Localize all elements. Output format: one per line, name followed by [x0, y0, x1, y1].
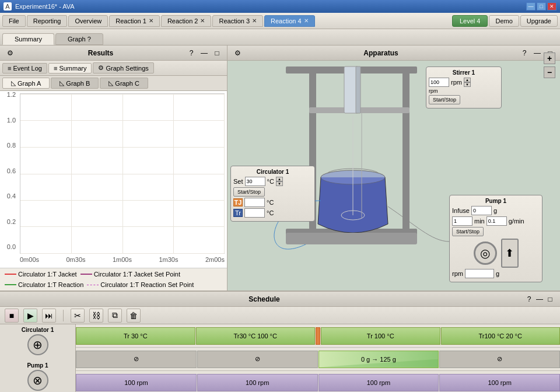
pump-rate-input[interactable]: [487, 216, 507, 226]
stirrer-seg-2[interactable]: 100 rpm: [197, 374, 318, 391]
circulator-spin-buttons: ▲ ▼: [276, 177, 283, 186]
reporting-tab[interactable]: Reporting: [27, 15, 68, 27]
graph-a-tab[interactable]: ◺ Graph A: [2, 78, 50, 89]
results-maximize-icon[interactable]: □: [212, 48, 222, 58]
delete-tool[interactable]: 🗑: [127, 309, 141, 323]
file-menu[interactable]: File: [2, 15, 26, 27]
stirrer-spin-buttons: ▲ ▼: [464, 78, 471, 87]
pump-min-label: min: [474, 218, 485, 225]
stirrer-segments: 100 rpm 100 rpm 100 rpm 100 rpm: [76, 374, 560, 391]
circulator-set-row: Set °C ▲ ▼: [233, 177, 312, 186]
sub-tab-bar: Summary Graph ?: [0, 29, 560, 46]
pump-disabled-icon-2: ⊘: [255, 355, 260, 363]
circulator-tr-input[interactable]: [244, 208, 265, 218]
close-button[interactable]: ✕: [547, 2, 556, 10]
circulator-tr-label: Tr: [235, 209, 241, 216]
circulator-segments: Tr 30 °C Tr30 °C 100 °C Tr 100 °C Tr100 …: [76, 327, 560, 345]
x-label-0m30s: 0m30s: [66, 256, 85, 265]
x-label-1m00s: 1m00s: [113, 256, 132, 265]
reaction2-close-icon[interactable]: ✕: [200, 18, 205, 24]
circ-seg-1-label: Tr 30 °C: [124, 332, 148, 340]
stirrer-seg-3-label: 100 rpm: [367, 379, 390, 386]
circulator-control-box: Circulator 1 Set °C ▲ ▼ Start/Stop TJ: [230, 166, 315, 222]
results-settings-icon[interactable]: ⚙: [5, 48, 15, 58]
link-tool[interactable]: ⛓: [89, 309, 103, 323]
pump-infuse-input[interactable]: [471, 206, 492, 215]
schedule-help-icon[interactable]: ?: [524, 294, 534, 304]
stirrer-rpm-input[interactable]: [429, 78, 449, 87]
reaction4-close-icon[interactable]: ✕: [304, 18, 309, 24]
stop-button[interactable]: ■: [5, 309, 19, 323]
pump-device-name: Pump 1: [2, 362, 73, 369]
schedule-maximize-icon[interactable]: □: [545, 294, 555, 304]
circulator-tj-input[interactable]: [244, 198, 265, 207]
pump-g-label: g: [494, 207, 497, 214]
minimize-button[interactable]: —: [526, 2, 536, 10]
circulator-set-label: Set: [233, 178, 243, 185]
overview-tab[interactable]: Overview: [68, 15, 108, 27]
summary-tab[interactable]: ≡ Summary: [48, 63, 92, 74]
circulator-start-stop-button[interactable]: Start/Stop: [233, 187, 265, 197]
circulator-tj-label: TJ: [235, 199, 242, 206]
play-button[interactable]: ▶: [23, 309, 37, 323]
reaction1-close-icon[interactable]: ✕: [149, 18, 153, 24]
circ-seg-4-label: Tr100 °C 20 °C: [479, 332, 522, 340]
pump-seg-1[interactable]: ⊘: [76, 351, 197, 368]
graph-b-tab[interactable]: ◺ Graph B: [51, 78, 99, 89]
stirrer-rpm-up[interactable]: ▲: [464, 78, 471, 82]
graph-settings-label: Graph Settings: [106, 65, 148, 72]
menu-bar: File Reporting Overview Reaction 1 ✕ Rea…: [0, 13, 560, 29]
level-button[interactable]: Level 4: [452, 15, 488, 27]
reaction4-tab[interactable]: Reaction 4 ✕: [264, 15, 315, 27]
graphb-subtab[interactable]: Graph ?: [55, 33, 103, 45]
stirrer-start-stop-button[interactable]: Start/Stop: [429, 95, 460, 104]
skip-button[interactable]: ⏭: [42, 309, 56, 323]
pump-min-input[interactable]: [452, 216, 473, 226]
apparatus-settings-icon[interactable]: ⚙: [232, 48, 243, 58]
legend-label-tr: Circulator 1:T Reaction: [18, 281, 83, 288]
copy-tool[interactable]: ⧉: [108, 309, 122, 323]
event-log-tab[interactable]: ≡ Event Log: [2, 63, 47, 74]
results-panel: ⚙ Results ? — □ ≡ Event Log ≡ Summary ⚙ …: [0, 46, 228, 290]
summary-subtab[interactable]: Summary: [2, 33, 54, 45]
pump-seg-4[interactable]: ⊘: [439, 351, 560, 368]
circ-seg-4[interactable]: Tr100 °C 20 °C: [441, 327, 561, 345]
stirrer-rpm-row: rpm ▲ ▼: [429, 78, 499, 87]
legend-tj-setpoint: Circulator 1:T Jacket Set Point: [80, 271, 180, 278]
pump-start-stop-button[interactable]: Start/Stop: [452, 227, 484, 236]
graph-c-tab[interactable]: ◺ Graph C: [100, 78, 148, 89]
circ-seg-3[interactable]: Tr 100 °C: [321, 327, 440, 345]
circulator-set-input[interactable]: [245, 177, 265, 186]
cut-tool[interactable]: ✂: [71, 309, 85, 323]
schedule-minimize-icon[interactable]: —: [534, 294, 545, 304]
reaction3-close-icon[interactable]: ✕: [252, 18, 257, 24]
pump-seg-2[interactable]: ⊘: [197, 351, 318, 368]
results-minimize-icon[interactable]: —: [199, 48, 209, 58]
stirrer-seg-3[interactable]: 100 rpm: [318, 374, 439, 391]
legend-color-tr: [5, 284, 16, 285]
reaction2-tab[interactable]: Reaction 2 ✕: [161, 15, 212, 27]
demo-button[interactable]: Demo: [489, 15, 519, 27]
pump-track: ⊘ ⊘ 0 g → 125 g ⊘: [76, 348, 560, 371]
results-title: Results: [18, 49, 184, 57]
results-help-icon[interactable]: ?: [186, 48, 197, 58]
stirrer-seg-4[interactable]: 100 rpm: [439, 374, 560, 391]
reaction3-tab[interactable]: Reaction 3 ✕: [212, 15, 263, 27]
circulator-set-up[interactable]: ▲: [276, 177, 283, 181]
reaction1-label: Reaction 1: [116, 18, 146, 24]
stirrer-rpm-down[interactable]: ▼: [464, 82, 471, 87]
apparatus-help-icon[interactable]: ?: [519, 48, 530, 58]
circulator-tr-indicator: Tr: [233, 209, 243, 217]
circulator-tr-row: Tr °C: [233, 208, 312, 218]
apparatus-minimize-icon[interactable]: —: [532, 48, 542, 58]
stirrer-seg-1[interactable]: 100 rpm: [76, 374, 197, 391]
circ-seg-1[interactable]: Tr 30 °C: [76, 327, 195, 345]
upgrade-button[interactable]: Upgrade: [520, 15, 558, 27]
graph-settings-tab[interactable]: ⚙ Graph Settings: [93, 62, 153, 74]
reaction1-tab[interactable]: Reaction 1 ✕: [109, 15, 160, 27]
circulator-set-down[interactable]: ▼: [276, 181, 283, 186]
pump-rpm-input[interactable]: [465, 269, 494, 278]
pump-seg-3[interactable]: 0 g → 125 g: [318, 351, 439, 368]
circ-seg-2[interactable]: Tr30 °C 100 °C: [196, 327, 316, 345]
maximize-button[interactable]: □: [537, 2, 546, 10]
